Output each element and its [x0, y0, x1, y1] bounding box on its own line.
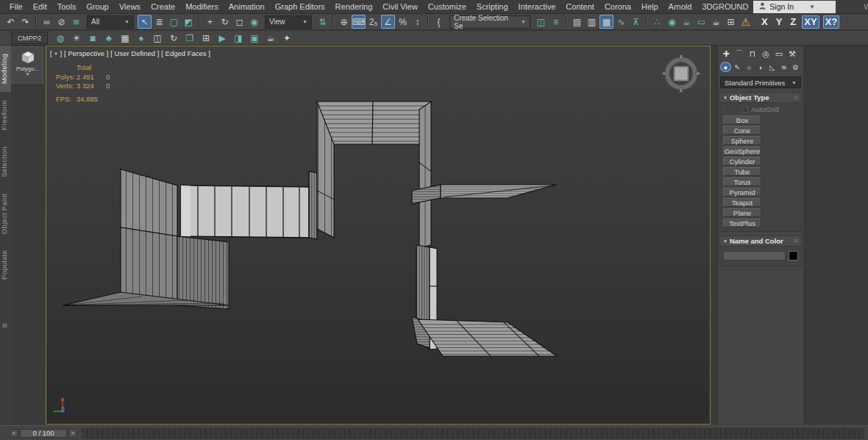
primitive-button[interactable]: Plane: [723, 208, 761, 217]
primitive-button[interactable]: Cylinder: [723, 157, 761, 166]
primitive-button[interactable]: Box: [723, 116, 761, 124]
motion-tab-icon[interactable]: ◎: [760, 49, 772, 60]
autogrid-checkbox[interactable]: [742, 107, 748, 113]
material-editor-icon[interactable]: ◉: [665, 15, 679, 29]
edged-faces-mesh[interactable]: [46, 46, 710, 424]
menu-item[interactable]: Interactive: [513, 2, 561, 11]
menu-item[interactable]: Edit: [28, 2, 52, 11]
playblast-icon[interactable]: ▶: [216, 32, 229, 44]
viewport-label-segment[interactable]: [ + ]: [50, 49, 62, 57]
menu-item[interactable]: Modifiers: [180, 2, 224, 11]
ribbon-minimize-icon[interactable]: ⊟: [2, 322, 7, 329]
display-tab-icon[interactable]: ▭: [773, 49, 785, 60]
object-type-rollout-header[interactable]: ▼ Object Type: [720, 93, 801, 103]
x-axis-button[interactable]: X: [759, 15, 770, 29]
state-sets-icon[interactable]: ⊞: [724, 15, 738, 29]
utilities-tab-icon[interactable]: ⚒: [786, 49, 798, 60]
primitive-button[interactable]: Sphere: [723, 136, 761, 145]
ribbon-tab[interactable]: Populate: [0, 242, 11, 288]
space-warps-category-icon[interactable]: ≋: [778, 62, 789, 72]
xy-custom-button[interactable]: X?: [823, 15, 840, 29]
window-crossing-icon[interactable]: ◩: [182, 15, 196, 29]
track-bar[interactable]: [82, 428, 864, 439]
cmpp2-tab[interactable]: CMPP2: [11, 32, 48, 44]
keyboard-override-icon[interactable]: ⌨: [352, 15, 366, 29]
select-and-place-icon[interactable]: ◉: [247, 15, 261, 29]
object-name-input[interactable]: [723, 251, 786, 260]
menu-item[interactable]: Create: [146, 2, 180, 11]
select-and-manipulate-icon[interactable]: ⊕: [337, 15, 351, 29]
select-and-rotate-icon[interactable]: ↻: [218, 15, 232, 29]
menu-item[interactable]: Rendering: [330, 2, 378, 11]
xy-plane-button[interactable]: XY: [802, 15, 819, 29]
select-object-icon[interactable]: ↖: [138, 15, 152, 29]
systems-category-icon[interactable]: ⚙: [790, 62, 801, 72]
viewport-label-segment[interactable]: [ User Defined ]: [110, 49, 159, 57]
camera-icon[interactable]: ◙: [86, 32, 99, 44]
scene-explorer-icon[interactable]: ▤: [570, 15, 584, 29]
select-by-name-icon[interactable]: ≣: [152, 15, 166, 29]
name-and-color-rollout-header[interactable]: ▼ Name and Color: [720, 236, 801, 246]
time-slider[interactable]: 0 / 100: [20, 429, 67, 438]
region-icon[interactable]: ▣: [248, 32, 261, 44]
create-tab-icon[interactable]: ✚: [720, 49, 732, 60]
select-and-move-icon[interactable]: +: [203, 15, 217, 29]
helpers-category-icon[interactable]: ◺: [766, 62, 778, 72]
y-axis-button[interactable]: Y: [774, 15, 785, 29]
primitive-button[interactable]: Tube: [723, 167, 761, 176]
primitive-button[interactable]: Cone: [723, 126, 761, 135]
render-setup-icon[interactable]: ☕: [680, 15, 694, 29]
clapper-icon[interactable]: ◨: [232, 32, 245, 44]
menu-item[interactable]: Civil View: [377, 2, 422, 11]
dope-sheet-icon[interactable]: ⊼: [629, 15, 643, 29]
menu-item[interactable]: Arnold: [664, 2, 697, 11]
ribbon-toggle-icon[interactable]: ▦: [600, 15, 613, 29]
door-icon[interactable]: ◫: [151, 32, 164, 44]
sign-in-button[interactable]: Sign In ▼: [753, 1, 836, 13]
menu-item[interactable]: Tools: [52, 2, 82, 11]
primitive-button[interactable]: Pyramid: [723, 188, 761, 196]
menu-item[interactable]: Corona: [600, 2, 636, 11]
lights-category-icon[interactable]: ☼: [744, 62, 755, 72]
menu-item[interactable]: Help: [636, 2, 664, 11]
teapot-icon[interactable]: ☕: [264, 32, 277, 44]
grid-plus-icon[interactable]: ⊞: [199, 32, 213, 44]
curve-editor-icon[interactable]: ∿: [614, 15, 628, 29]
ribbon-tab[interactable]: Selection: [0, 138, 11, 185]
trees-icon[interactable]: ♣: [102, 32, 115, 44]
polygon-modeling-panel[interactable]: Polygo... ▼: [12, 46, 43, 85]
menu-item[interactable]: Group: [81, 2, 114, 11]
z-axis-button[interactable]: Z: [788, 15, 798, 29]
reference-coordinate-dropdown[interactable]: View▼: [265, 15, 312, 29]
modify-tab-icon[interactable]: ⌒: [733, 49, 745, 60]
layer-explorer-icon[interactable]: ▥: [585, 15, 599, 29]
angle-snap-icon[interactable]: ∠: [381, 15, 395, 29]
percent-snap-icon[interactable]: %: [396, 15, 410, 29]
warning-icon[interactable]: ⚠: [739, 15, 753, 29]
hierarchy-tab-icon[interactable]: ⊓: [747, 49, 758, 60]
previous-frame-button[interactable]: <: [10, 429, 18, 438]
bind-to-space-warp-icon[interactable]: ≋: [69, 15, 83, 29]
tree-icon[interactable]: ♠: [135, 32, 148, 44]
rendered-frame-icon[interactable]: ▭: [694, 15, 708, 29]
layers-icon[interactable]: ❐: [183, 32, 196, 44]
sun-icon[interactable]: ☀: [70, 32, 83, 44]
schematic-view-icon[interactable]: ∴: [650, 15, 664, 29]
lamp-icon[interactable]: ✦: [280, 32, 294, 44]
edit-named-selections-icon[interactable]: {: [432, 15, 446, 29]
align-icon[interactable]: ≡: [549, 15, 563, 29]
view-cube[interactable]: [662, 54, 700, 93]
viewport-label-segment[interactable]: [ Perspective ]: [64, 49, 108, 57]
menu-item[interactable]: File: [4, 2, 28, 11]
menu-item[interactable]: Graph Editors: [270, 2, 330, 11]
redo-icon[interactable]: ↷: [18, 15, 32, 29]
primitive-button[interactable]: GeoSphere: [723, 146, 761, 155]
ribbon-tab[interactable]: Modeling: [0, 46, 11, 92]
menu-item[interactable]: 3DGROUND: [697, 2, 753, 11]
perspective-viewport[interactable]: [ + ][ Perspective ][ User Defined ][ Ed…: [46, 46, 711, 425]
menu-item[interactable]: Customize: [423, 2, 472, 11]
menu-item[interactable]: Views: [114, 2, 146, 11]
primitive-category-dropdown[interactable]: Standard Primitives ▼: [720, 77, 801, 88]
next-frame-button[interactable]: >: [68, 429, 77, 438]
light-icon[interactable]: ◍: [54, 32, 67, 44]
